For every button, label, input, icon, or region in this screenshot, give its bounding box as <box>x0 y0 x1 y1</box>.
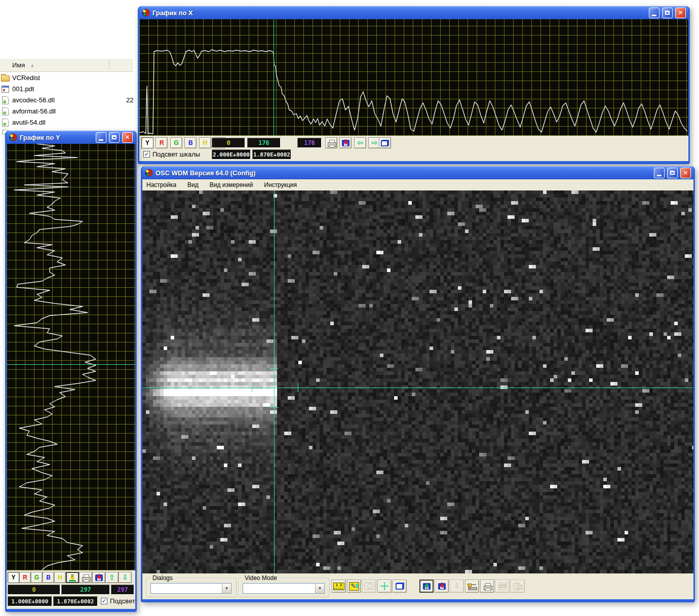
save-disk-icon <box>95 574 103 582</box>
channel-h-button[interactable]: H <box>199 137 211 148</box>
file-explorer: Имя ▲ VCRedist 001.pdt avcodec-56.dll 22… <box>0 59 133 135</box>
column-header-label: Имя <box>12 61 25 69</box>
crosshair-hline[interactable] <box>142 388 693 388</box>
graph-x-cursor[interactable] <box>274 19 274 136</box>
load-disk-icon <box>422 583 431 590</box>
channel-y-button[interactable]: Y <box>8 572 19 583</box>
snap-down-button[interactable] <box>66 572 79 583</box>
windows-layout-button[interactable] <box>393 580 407 593</box>
maximize-button[interactable] <box>662 8 673 18</box>
arrow-up-icon: ⇧ <box>109 574 115 582</box>
file-name: avcodec-56.dll <box>12 96 55 104</box>
dialogs-combobox[interactable]: ▼ <box>150 583 231 594</box>
graph-x-trace <box>140 50 687 134</box>
graph-x-titlebar[interactable]: График по X ✕ <box>139 6 688 19</box>
graph-y-plot[interactable] <box>7 144 135 570</box>
close-button[interactable]: ✕ <box>675 8 686 18</box>
maximize-button[interactable] <box>667 168 678 178</box>
file-row[interactable]: VCRedist <box>0 72 133 83</box>
video-mode-dropdown-button[interactable]: ▼ <box>315 584 324 593</box>
file-name: VCRedist <box>12 74 40 82</box>
highlight-scale-checkbox[interactable]: ✓ <box>143 151 150 158</box>
menu-measure-view[interactable]: Вид измерений <box>210 181 253 188</box>
file-row[interactable]: avutil-54.dll <box>0 117 133 128</box>
save-button[interactable] <box>339 137 352 148</box>
print-image-button[interactable] <box>480 580 494 593</box>
chevron-down-icon: ▼ <box>225 586 229 591</box>
sort-asc-icon: ▲ <box>30 63 34 68</box>
window-title: График по Y <box>20 134 93 141</box>
file-row[interactable]: 001.pdt <box>0 83 133 94</box>
window-title: OSC WDM Версия 64.0 (Config) <box>156 169 651 177</box>
save-image-button[interactable] <box>435 580 449 593</box>
layers-button <box>495 580 510 593</box>
scale-max-value: 1.870E+0002 <box>53 596 98 606</box>
channel-g-button[interactable]: G <box>170 137 182 148</box>
capture-button <box>511 580 525 593</box>
file-name: 001.pdt <box>12 85 34 93</box>
load-button[interactable] <box>419 580 434 593</box>
app-icon <box>142 9 150 17</box>
file-name: avutil-54.dll <box>12 119 46 126</box>
ruler-icon: 1 2 <box>333 583 344 590</box>
crosshair-button[interactable] <box>377 580 392 593</box>
scroll-left-button[interactable]: ⇦ <box>354 137 366 148</box>
arrow-to-bar-icon <box>69 574 76 582</box>
minimize-button[interactable] <box>654 168 665 178</box>
file-row[interactable]: avcodec-56.dll 22 <box>0 94 133 105</box>
graph-y-cursor[interactable] <box>7 364 135 365</box>
graph-x-plot[interactable] <box>139 19 688 136</box>
explorer-name-column-header[interactable]: Имя ▲ <box>0 59 133 72</box>
tools-button[interactable] <box>465 580 479 593</box>
channel-b-button[interactable]: B <box>43 572 54 583</box>
scroll-down-button[interactable]: ⇩ <box>119 572 132 583</box>
channel-h-button[interactable]: H <box>54 572 66 583</box>
main-titlebar[interactable]: OSC WDM Версия 64.0 (Config) ✕ <box>142 166 693 179</box>
menu-view[interactable]: Вид <box>187 181 199 188</box>
save-button[interactable] <box>92 572 105 583</box>
close-icon: ✕ <box>678 10 683 16</box>
print-button[interactable] <box>325 137 337 148</box>
lcd-cursor-value: 176 <box>297 138 322 148</box>
minimize-button[interactable] <box>649 8 659 18</box>
graph-x-window: График по X ✕ Y R G B H 0 176 176 <box>138 6 690 164</box>
menu-instruction[interactable]: Инструкция <box>264 181 297 188</box>
close-button[interactable]: ✕ <box>680 168 691 178</box>
save-disk-icon <box>438 583 446 590</box>
pdt-file-icon <box>1 85 9 93</box>
channel-y-button[interactable]: Y <box>141 137 153 148</box>
print-button[interactable] <box>79 572 92 583</box>
sensor-image-area[interactable] <box>142 190 693 573</box>
arrow-down-icon: ⇩ <box>122 574 129 582</box>
edit-scale-button[interactable]: ✎ <box>347 580 361 593</box>
crosshair-vline[interactable] <box>274 190 275 573</box>
graph-y-toolbar: Y R G B H ⇧ ⇩ 0 297 297 <box>7 570 135 609</box>
sensor-image-canvas[interactable] <box>142 190 693 573</box>
dialogs-dropdown-button[interactable]: ▼ <box>222 584 231 593</box>
channel-b-button[interactable]: B <box>184 137 197 148</box>
close-button[interactable]: ✕ <box>122 132 133 143</box>
highlight-scale-checkbox[interactable]: ✓ <box>101 598 107 604</box>
graph-y-titlebar[interactable]: График по Y ✕ <box>7 131 135 144</box>
crosshair-icon <box>380 582 389 590</box>
video-mode-combobox[interactable]: ▼ <box>243 583 325 594</box>
channel-r-button[interactable]: R <box>19 572 31 583</box>
maximize-button[interactable] <box>109 132 120 143</box>
scroll-up-button[interactable]: ⇧ <box>105 572 119 583</box>
file-name: avformat-56.dll <box>12 107 56 115</box>
channel-r-button[interactable]: R <box>156 137 168 148</box>
menu-settings[interactable]: Настройка <box>146 181 176 188</box>
file-row[interactable]: avformat-56.dll <box>0 105 133 117</box>
download-icon: ⇩ <box>454 583 460 590</box>
file-size: 22 <box>126 96 133 104</box>
dialogs-value <box>151 584 222 593</box>
windows-button[interactable] <box>379 137 391 148</box>
edit-scale-icon: ✎ <box>349 582 359 591</box>
minimize-button[interactable] <box>96 132 106 143</box>
channel-g-button[interactable]: G <box>31 572 43 583</box>
ruler-button[interactable]: 1 2 <box>332 580 346 593</box>
chevron-down-icon: ▼ <box>318 586 322 591</box>
column-separator[interactable] <box>109 60 109 70</box>
save-disk-icon <box>341 139 350 147</box>
dll-file-icon <box>1 107 9 115</box>
